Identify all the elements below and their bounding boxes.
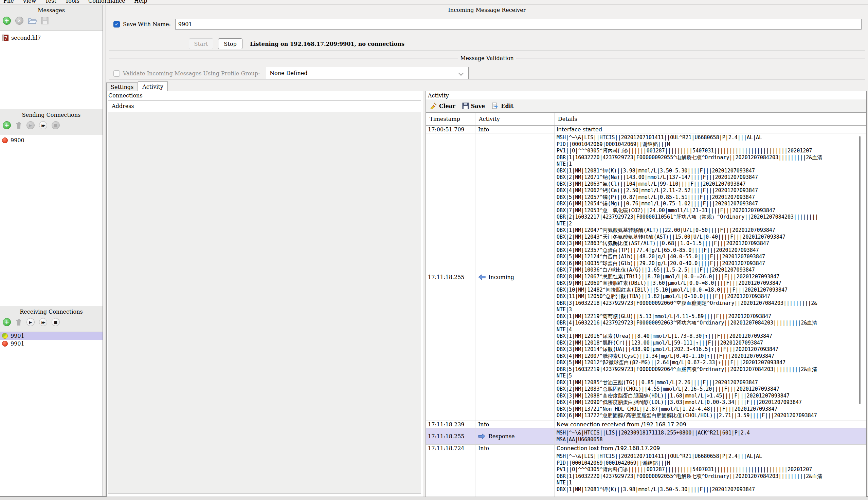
menu-test[interactable]: Test (45, 0, 56, 4)
activity-type: Info (478, 445, 489, 452)
activity-row-new-connection[interactable]: 17:11:18.239 Info New connection receive… (426, 421, 866, 428)
save-message-button[interactable] (41, 17, 48, 24)
hl7-ack-text: MSH|^~\&|HTCIS||LIS||20230918171118.255+… (556, 430, 750, 443)
delete-receiving-connection-button[interactable] (15, 318, 22, 326)
receiving-connections-header: Receiving Connections + ▶ ▶▶ ■ (0, 306, 103, 332)
sending-connections-toolbar: + ▶ ▶▶ ■ (0, 118, 103, 129)
activity-row-incoming-message-partial[interactable]: MSH|^~\&|LIS||HTCIS||20201207101411||OUL… (426, 452, 866, 497)
menu-help[interactable]: Help (134, 0, 147, 4)
start-button[interactable]: Start (189, 38, 213, 49)
save-floppy-icon (41, 17, 48, 24)
activity-type: Info (478, 421, 489, 428)
menu-tools[interactable]: Tools (65, 0, 79, 4)
receiving-connection-label: 9901 (11, 333, 24, 339)
trash-icon (15, 318, 22, 326)
address-column-header[interactable]: Address (108, 101, 421, 112)
status-dot-red-icon (2, 341, 8, 346)
save-log-button[interactable]: Save (462, 103, 485, 109)
stop-sending-connection-button[interactable]: ■ (52, 121, 60, 129)
receiver-name-value: 9901 (178, 21, 192, 27)
hl7-message-text: MSH|^~\&|LIS||HTCIS||20201207101411||OUL… (556, 453, 822, 493)
save-with-name-label: Save With Name: (123, 21, 171, 27)
timestamp: 17:11:18.239 (428, 421, 464, 428)
open-folder-icon (28, 17, 37, 24)
receiver-legend: Incoming Message Receiver (446, 7, 528, 13)
timestamp-column-header[interactable]: Timestamp (426, 113, 475, 125)
profile-group-value: None Defined (270, 70, 307, 76)
receiving-connection-label: 9901 (11, 340, 24, 347)
activity-row-connection-lost[interactable]: 17:11:18.724 Info Connection lost from /… (426, 445, 866, 452)
edit-button[interactable]: Edit (492, 103, 514, 110)
connections-table: Address (108, 100, 421, 494)
delete-sending-connection-button[interactable] (15, 122, 22, 129)
status-dot-red-icon (2, 137, 8, 143)
activity-column-header[interactable]: Activity (475, 113, 554, 125)
message-list-item-second-hl7[interactable]: 7 second.hl7 (0, 34, 103, 42)
validate-incoming-label: Validate Incoming Messages Using Profile… (123, 70, 260, 77)
timestamp: 17:11:18.255 (428, 274, 464, 280)
edit-button-label: Edit (501, 103, 514, 109)
activity-panel: Activity Clear (426, 91, 866, 497)
receiver-name-input[interactable]: 9901 (175, 19, 861, 30)
profile-group-select[interactable]: None Defined (266, 67, 469, 79)
activity-row-incoming-message[interactable]: 17:11:18.255 Incoming MSH|^~\&|LIS||HTCI… (426, 133, 866, 421)
menu-conformance[interactable]: Conformance (88, 0, 125, 4)
menu-view[interactable]: View (23, 0, 36, 4)
add-message-button[interactable]: + (3, 16, 11, 25)
remove-message-button[interactable]: ✕ (15, 16, 23, 25)
save-button-label: Save (471, 103, 485, 109)
tab-bar: Settings Activity (106, 81, 168, 91)
listening-status-text: Listening on 192.168.17.209:9901, no con… (250, 41, 404, 47)
menu-file[interactable]: File (3, 0, 14, 4)
message-validation-group: Message Validation Validate Incoming Mes… (109, 55, 865, 79)
open-message-button[interactable] (28, 17, 37, 24)
validation-legend: Message Validation (458, 55, 516, 61)
save-with-name-checkbox[interactable]: ✓ (113, 21, 120, 27)
activity-row-interface-started[interactable]: 17:00:51.709 Info Interface started (426, 126, 866, 133)
receiving-connections-toolbar: + ▶ ▶▶ ■ (0, 315, 103, 326)
main-area: Incoming Message Receiver ✓ Save With Na… (105, 5, 868, 496)
receiving-connection-9901-selected[interactable]: 9901 (0, 332, 103, 340)
tab-activity[interactable]: Activity (138, 81, 168, 91)
activity-table-header: Timestamp Activity Details (426, 113, 866, 126)
sending-connections-title: Sending Connections (0, 109, 103, 118)
connections-panel-title: Connections (108, 92, 143, 99)
sending-connections-header: Sending Connections + ▶ ▶▶ ■ (0, 109, 103, 135)
edit-page-icon (492, 103, 499, 110)
activity-toolbar: Clear Save (426, 100, 866, 112)
tab-settings[interactable]: Settings (106, 82, 138, 91)
activity-table: Timestamp Activity Details 17:00:51.709 … (426, 112, 866, 497)
details-column-header[interactable]: Details (554, 113, 866, 125)
start-receiving-connection-button[interactable]: ▶ (26, 318, 35, 326)
add-receiving-connection-button[interactable]: + (3, 318, 11, 326)
messages-toolbar: + ✕ (0, 14, 103, 25)
sidebar: Messages + ✕ (0, 5, 103, 496)
start-all-receiving-button[interactable]: ▶▶ (39, 318, 47, 326)
start-sending-connection-button[interactable]: ▶ (26, 121, 35, 129)
activity-type: Incoming (488, 274, 514, 280)
stop-receiving-connection-button[interactable]: ■ (52, 318, 60, 326)
hl7-file-icon: 7 (2, 35, 9, 41)
tab-content: Connections Address Activity (106, 91, 867, 497)
trash-icon (15, 122, 22, 129)
add-sending-connection-button[interactable]: + (3, 121, 11, 129)
validate-incoming-checkbox[interactable] (113, 70, 120, 77)
stop-button[interactable]: Stop (218, 38, 243, 49)
receiving-connection-9901-stopped[interactable]: 9901 (0, 340, 103, 348)
status-dot-starting-icon (2, 333, 8, 339)
details-text: New connection received from /192.168.17… (556, 421, 686, 428)
sending-connection-9900[interactable]: 9900 (0, 136, 103, 144)
clear-button[interactable]: Clear (430, 102, 455, 110)
activity-row-response-selected[interactable]: 17:11:18.255 Response MSH|^~\&|HTCIS||LI… (426, 428, 866, 445)
vertical-scrollbar-thumb[interactable] (859, 136, 860, 404)
messages-section-header: Messages + ✕ (0, 5, 103, 31)
activity-type: Response (488, 433, 515, 440)
panel-splitter[interactable] (423, 91, 426, 497)
timestamp: 17:00:51.709 (428, 126, 464, 133)
incoming-message-receiver-group: Incoming Message Receiver ✓ Save With Na… (109, 7, 865, 51)
start-all-sending-button[interactable]: ▶▶ (39, 121, 47, 129)
receiving-connections-title: Receiving Connections (0, 306, 103, 315)
message-file-name: second.hl7 (11, 35, 41, 41)
app-window: File View Test Tools Conformance Help Me… (0, 0, 868, 500)
save-floppy-icon (462, 103, 469, 109)
